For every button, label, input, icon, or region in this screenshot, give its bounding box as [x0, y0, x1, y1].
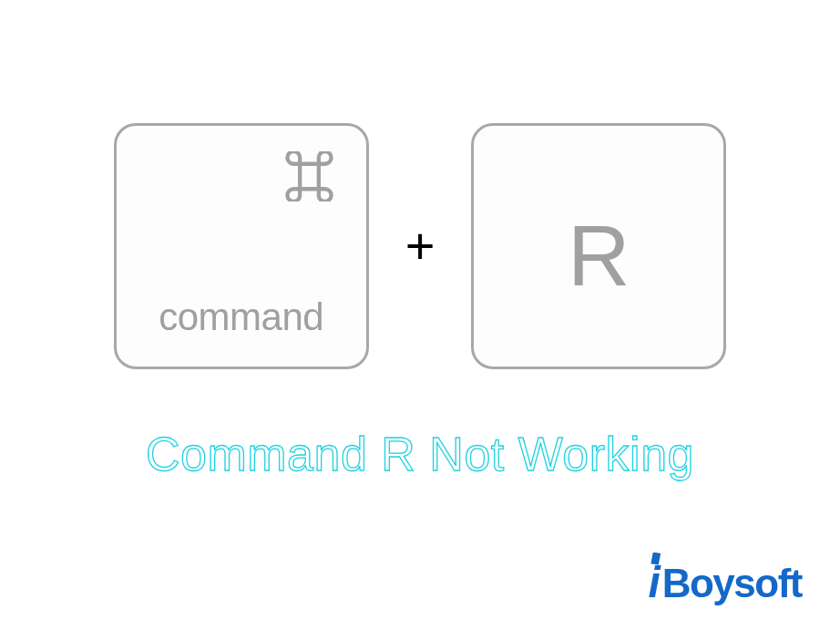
brand-logo-text: Boysoft — [662, 566, 802, 600]
command-icon — [284, 151, 334, 202]
r-key: R — [471, 123, 726, 369]
brand-logo-i: i — [648, 565, 660, 600]
plus-symbol: + — [405, 221, 435, 272]
brand-logo: i Boysoft — [648, 565, 802, 600]
headline-text: Command R Not Working — [0, 427, 840, 481]
command-key-label: command — [159, 295, 323, 339]
image-canvas: command + R Command R Not Working i Boys… — [0, 0, 840, 620]
r-key-label: R — [568, 206, 630, 305]
command-key: command — [114, 123, 369, 369]
key-row: command + R — [0, 123, 840, 369]
